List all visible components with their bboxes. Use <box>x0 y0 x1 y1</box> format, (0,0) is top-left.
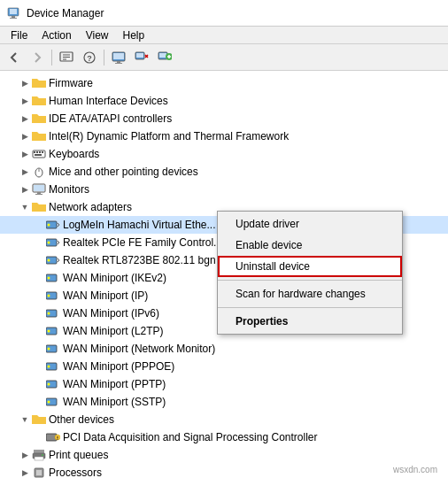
tree-item-processors[interactable]: ▶ Processors <box>0 464 448 478</box>
wan-icon <box>46 271 60 285</box>
svg-point-44 <box>48 259 50 262</box>
svg-rect-19 <box>159 53 166 58</box>
network-folder-icon <box>32 200 46 214</box>
context-menu-sep2 <box>218 307 402 308</box>
wan-ipv6-icon <box>46 306 60 320</box>
item-label: Firmware <box>49 77 93 89</box>
hid-icon <box>32 94 46 108</box>
svg-rect-71 <box>36 470 42 475</box>
wan-sstp-icon <box>46 395 60 409</box>
toolbar: ? <box>0 44 448 71</box>
tree-item-hid[interactable]: ▶ Human Interface Devices <box>0 92 448 110</box>
item-label: WAN Miniport (Network Monitor) <box>63 343 215 355</box>
expand-icon <box>32 359 46 374</box>
menu-bar: File Action View Help <box>0 27 448 44</box>
item-label: WAN Miniport (PPPOE) <box>63 360 174 373</box>
expand-icon <box>32 395 46 409</box>
expand-icon <box>32 235 46 250</box>
expand-icon: ▶ <box>18 165 32 179</box>
separator-2 <box>104 50 104 66</box>
svg-rect-33 <box>37 192 41 194</box>
svg-rect-68 <box>35 457 43 460</box>
svg-rect-2 <box>12 16 15 18</box>
title-bar: Device Manager <box>0 0 448 27</box>
svg-rect-24 <box>34 151 35 153</box>
svg-point-62 <box>48 401 50 404</box>
item-label: Network adapters <box>49 201 132 213</box>
context-menu-enable-device[interactable]: Enable device <box>218 235 402 256</box>
menu-action[interactable]: Action <box>35 27 78 43</box>
tree-item-pci-data[interactable]: ! PCI Data Acquisition and Signal Proces… <box>0 428 448 446</box>
add-button[interactable] <box>154 48 175 67</box>
svg-rect-3 <box>10 18 17 19</box>
monitor-button[interactable] <box>108 48 129 67</box>
pci-warn-icon: ! <box>46 430 60 444</box>
tree-item-intel[interactable]: ▶ Intel(R) Dynamic Platform and Thermal … <box>0 127 448 145</box>
menu-view[interactable]: View <box>79 27 116 43</box>
print-icon <box>32 448 46 462</box>
item-label: Monitors <box>49 183 89 196</box>
tree-item-other-devices[interactable]: ▼ Other devices <box>0 411 448 428</box>
back-button[interactable] <box>4 48 25 67</box>
svg-rect-13 <box>115 63 122 64</box>
menu-file[interactable]: File <box>4 27 35 43</box>
svg-point-50 <box>48 295 50 297</box>
remove-button[interactable] <box>131 48 152 67</box>
expand-icon: ▶ <box>18 112 32 126</box>
svg-rect-32 <box>34 185 44 191</box>
expand-icon <box>32 289 46 303</box>
help-button[interactable]: ? <box>79 48 100 67</box>
svg-point-48 <box>48 277 50 280</box>
item-label: Realtek PCIe FE Family Control... <box>63 236 222 249</box>
context-menu: Update driver Enable device Uninstall de… <box>217 211 403 335</box>
intel-icon <box>32 129 46 143</box>
wan-pppoe-icon <box>46 359 60 374</box>
item-label: Intel(R) Dynamic Platform and Thermal Fr… <box>49 130 289 143</box>
expand-icon <box>32 377 46 391</box>
item-label: Mice and other pointing devices <box>49 166 198 178</box>
tree-item-monitors[interactable]: ▶ Monitors <box>0 181 448 198</box>
tree-item-keyboards[interactable]: ▶ Keyboards <box>0 145 448 163</box>
svg-point-69 <box>42 454 43 456</box>
monitor-tree-icon <box>32 182 46 197</box>
separator-1 <box>51 50 52 66</box>
context-menu-properties[interactable]: Properties <box>218 311 402 332</box>
app-icon <box>7 6 21 20</box>
tree-item-firmware[interactable]: ▶ Firmware <box>0 74 448 92</box>
svg-rect-11 <box>113 53 124 59</box>
item-label: WAN Miniport (PPTP) <box>63 378 166 390</box>
context-menu-update-driver[interactable]: Update driver <box>218 213 402 235</box>
tree-item-mice[interactable]: ▶ Mice and other pointing devices <box>0 163 448 181</box>
svg-rect-1 <box>10 9 17 14</box>
expand-icon: ▶ <box>18 94 32 108</box>
svg-rect-34 <box>35 194 42 195</box>
svg-text:!: ! <box>57 436 58 441</box>
tree-item-wan-sstp[interactable]: WAN Miniport (SSTP) <box>0 393 448 411</box>
tree-item-print-queues[interactable]: ▶ Print queues <box>0 446 448 464</box>
item-label: WAN Miniport (IPv6) <box>63 307 159 320</box>
expand-icon <box>32 218 46 232</box>
item-label: WAN Miniport (IP) <box>63 289 148 302</box>
network-device-icon <box>46 218 60 232</box>
expand-icon <box>32 253 46 267</box>
menu-help[interactable]: Help <box>116 27 152 43</box>
svg-rect-15 <box>136 53 143 58</box>
item-label: IDE ATA/ATAPI controllers <box>49 112 172 125</box>
tree-item-wan-nm[interactable]: WAN Miniport (Network Monitor) <box>0 340 448 358</box>
context-menu-scan-changes[interactable]: Scan for hardware changes <box>218 283 402 305</box>
keyboard-icon <box>32 147 46 161</box>
expand-icon <box>32 306 46 320</box>
expand-icon: ▶ <box>18 466 32 478</box>
forward-button[interactable] <box>27 48 48 67</box>
context-menu-uninstall-device[interactable]: Uninstall device <box>218 256 402 277</box>
tree-item-ide[interactable]: ▶ IDE ATA/ATAPI controllers <box>0 110 448 127</box>
ide-icon <box>32 112 46 126</box>
item-label: Other devices <box>49 413 114 426</box>
svg-rect-66 <box>34 450 44 453</box>
tree-item-wan-pppoe[interactable]: WAN Miniport (PPPOE) <box>0 358 448 375</box>
properties-button[interactable] <box>56 48 77 67</box>
tree-item-wan-pptp[interactable]: WAN Miniport (PPTP) <box>0 375 448 393</box>
svg-rect-12 <box>117 61 120 63</box>
item-label: Keyboards <box>49 148 99 160</box>
expand-icon <box>32 342 46 356</box>
